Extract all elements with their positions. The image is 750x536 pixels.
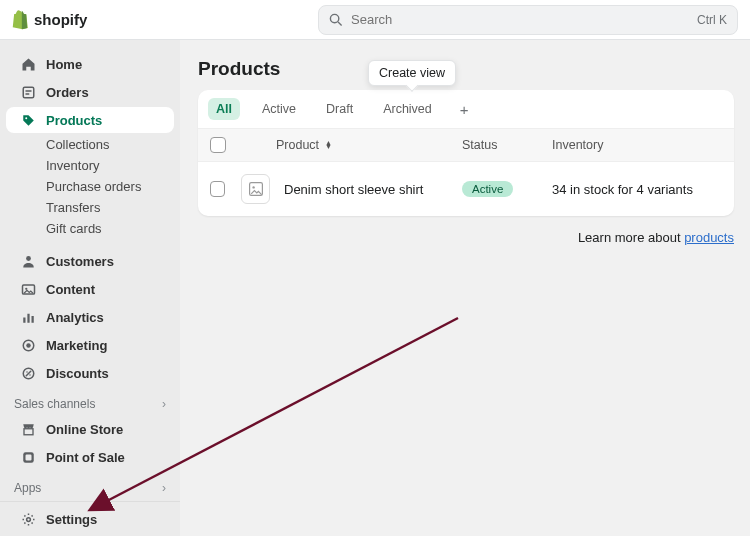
svg-rect-15 <box>25 454 31 460</box>
select-all-checkbox[interactable] <box>210 137 226 153</box>
tab-add-view[interactable]: + <box>454 99 475 120</box>
col-product[interactable]: Product ▲▼ <box>270 138 462 152</box>
chevron-right-icon: › <box>162 481 166 495</box>
inventory-text: 34 in stock for 4 variants <box>552 182 722 197</box>
brand-text: shopify <box>34 11 87 28</box>
discounts-icon <box>20 365 36 381</box>
learn-more-link[interactable]: products <box>684 230 734 245</box>
nav-marketing[interactable]: Marketing <box>6 332 174 358</box>
home-icon <box>20 56 36 72</box>
product-thumbnail <box>241 174 270 204</box>
search-input[interactable] <box>351 12 689 27</box>
analytics-icon <box>20 309 36 325</box>
tab-all[interactable]: All <box>208 98 240 120</box>
page-title: Products <box>198 58 734 80</box>
nav-inventory[interactable]: Inventory <box>6 158 174 173</box>
online-store-icon <box>20 421 36 437</box>
nav-apps-header[interactable]: Apps › <box>0 471 180 499</box>
content-icon <box>20 281 36 297</box>
customers-icon <box>20 253 36 269</box>
svg-point-11 <box>26 343 31 348</box>
marketing-icon <box>20 337 36 353</box>
nav-home[interactable]: Home <box>6 51 174 77</box>
row-checkbox[interactable] <box>210 181 225 197</box>
nav-discounts[interactable]: Discounts <box>6 360 174 386</box>
status-badge: Active <box>462 181 513 197</box>
nav-gift-cards[interactable]: Gift cards <box>6 221 174 236</box>
tabs: All Active Draft Archived + <box>198 90 734 128</box>
svg-point-4 <box>26 256 31 261</box>
table-row[interactable]: Denim short sleeve shirt Active 34 in st… <box>198 162 734 216</box>
create-view-tooltip: Create view <box>368 60 456 86</box>
nav-online-store[interactable]: Online Store <box>6 416 174 442</box>
products-icon <box>20 112 36 128</box>
svg-point-18 <box>252 186 254 188</box>
tab-draft[interactable]: Draft <box>318 98 361 120</box>
shopify-bag-icon <box>12 10 30 30</box>
nav-transfers[interactable]: Transfers <box>6 200 174 215</box>
sidebar: Home Orders Products Collections Invento… <box>0 40 180 536</box>
learn-more: Learn more about products <box>198 230 734 245</box>
image-placeholder-icon <box>248 181 264 197</box>
nav-pos[interactable]: Point of Sale <box>6 444 174 470</box>
search-icon <box>329 13 343 27</box>
svg-rect-8 <box>27 313 29 322</box>
pos-icon <box>20 449 36 465</box>
products-card: Create view All Active Draft Archived + … <box>198 90 734 216</box>
svg-rect-2 <box>23 87 34 98</box>
nav-collections[interactable]: Collections <box>6 137 174 152</box>
tab-active[interactable]: Active <box>254 98 304 120</box>
nav-customers[interactable]: Customers <box>6 248 174 274</box>
nav-sales-channels-header[interactable]: Sales channels › <box>0 387 180 415</box>
nav-settings[interactable]: Settings <box>6 506 174 532</box>
nav-content[interactable]: Content <box>6 276 174 302</box>
svg-line-1 <box>338 22 342 26</box>
col-status[interactable]: Status <box>462 138 552 152</box>
svg-point-16 <box>26 517 30 521</box>
search-shortcut: Ctrl K <box>697 13 727 27</box>
svg-point-0 <box>330 14 338 22</box>
col-inventory[interactable]: Inventory <box>552 138 722 152</box>
search-box[interactable]: Ctrl K <box>318 5 738 35</box>
product-name: Denim short sleeve shirt <box>270 182 462 197</box>
gear-icon <box>20 511 36 527</box>
svg-point-3 <box>25 117 27 119</box>
svg-rect-9 <box>31 316 33 323</box>
nav-orders[interactable]: Orders <box>6 79 174 105</box>
nav-purchase-orders[interactable]: Purchase orders <box>6 179 174 194</box>
brand-logo: shopify <box>12 10 87 30</box>
svg-rect-13 <box>24 428 33 434</box>
table-header: Product ▲▼ Status Inventory <box>198 128 734 162</box>
nav-analytics[interactable]: Analytics <box>6 304 174 330</box>
tab-archived[interactable]: Archived <box>375 98 440 120</box>
main-content: Products Create view All Active Draft Ar… <box>180 40 750 536</box>
svg-rect-7 <box>23 317 25 322</box>
orders-icon <box>20 84 36 100</box>
sort-icon: ▲▼ <box>325 141 332 149</box>
chevron-right-icon: › <box>162 397 166 411</box>
nav-products[interactable]: Products <box>6 107 174 133</box>
